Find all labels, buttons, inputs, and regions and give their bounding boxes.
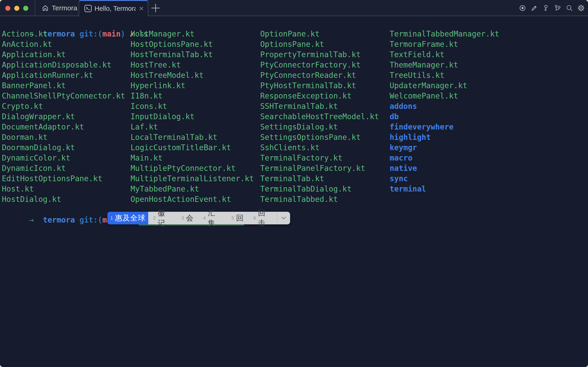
file-entry: Crypto.kt xyxy=(2,101,125,111)
zoom-window-button[interactable] xyxy=(23,6,28,11)
ime-candidate[interactable]: 4汇集 xyxy=(198,212,227,224)
candidate-number: 3 xyxy=(181,216,184,221)
file-entry: ResponseException.kt xyxy=(260,91,379,101)
record-icon[interactable] xyxy=(519,4,526,12)
tab-label: Hello, Termora! xyxy=(94,5,136,12)
file-entry: TerminalPanelFactory.kt xyxy=(260,163,379,173)
candidate-number: 5 xyxy=(231,216,234,221)
toolbar xyxy=(519,0,585,16)
file-entry: DynamicColor.kt xyxy=(2,153,125,163)
dir-entry: sync xyxy=(390,173,499,184)
file-entry: HostManager.kt xyxy=(131,29,254,39)
file-entry: PtyConnectorFactory.kt xyxy=(260,60,379,70)
candidate-text: 回 xyxy=(236,213,244,223)
dir-entry: terminal xyxy=(390,184,499,194)
ime-candidate[interactable]: 6回击 xyxy=(248,212,277,224)
file-entry: OpenHostActionEvent.kt xyxy=(131,194,254,204)
ls-col4: TerminalTabbedManager.ktTermoraFrame.ktT… xyxy=(390,29,499,194)
ime-candidate[interactable]: 5回 xyxy=(227,212,248,224)
file-entry: TerminalTabbedManager.kt xyxy=(390,29,499,39)
prompt-cwd: termora xyxy=(43,216,75,224)
ls-col3: OptionPane.ktOptionsPane.ktPropertyTermi… xyxy=(260,29,379,204)
titlebar: Termora Hello, Termora! xyxy=(0,0,588,16)
file-entry: TreeUtils.kt xyxy=(390,70,499,80)
file-entry: TerminalTabDialog.kt xyxy=(260,184,379,194)
file-entry: ApplicationDisposable.kt xyxy=(2,60,125,70)
file-entry: ThemeManager.kt xyxy=(390,60,499,70)
ime-candidate[interactable]: 2徽记 xyxy=(148,212,177,224)
git-prefix: git:( xyxy=(75,216,102,224)
ls-col1: Actions.ktAnAction.ktApplication.ktAppli… xyxy=(2,29,125,204)
tab-hello-termora[interactable]: Hello, Termora! xyxy=(79,0,148,17)
file-entry: Laf.kt xyxy=(131,122,254,132)
candidate-text: 回击 xyxy=(258,208,272,228)
traffic-lights xyxy=(5,6,28,11)
dir-entry: keymgr xyxy=(390,142,499,153)
file-entry: SettingsOptionsPane.kt xyxy=(260,132,379,142)
file-entry: HostTree.kt xyxy=(131,60,254,70)
file-entry: MyTabbedPane.kt xyxy=(131,184,254,194)
file-entry: MultipleTerminalListener.kt xyxy=(131,173,254,184)
edit-icon[interactable] xyxy=(530,4,538,12)
file-entry: Main.kt xyxy=(131,153,254,163)
termora-window: Termora Hello, Termora! xyxy=(0,0,588,367)
dir-entry: db xyxy=(390,111,499,122)
file-entry: PropertyTerminalTab.kt xyxy=(260,49,379,60)
home-icon xyxy=(42,5,49,11)
branch-icon[interactable] xyxy=(554,4,561,12)
terminal-area[interactable]: → termora git:(main) ✗ ls Actions.ktAnAc… xyxy=(0,17,588,367)
file-entry: SSHTerminalTab.kt xyxy=(260,101,379,111)
file-entry: UpdaterManager.kt xyxy=(390,80,499,91)
file-entry: MultiplePtyConnector.kt xyxy=(131,163,254,173)
file-entry: HostTreeModel.kt xyxy=(131,70,254,80)
file-entry: TerminalTabbed.kt xyxy=(260,194,379,204)
file-entry: EditHostOptionsPane.kt xyxy=(2,173,125,184)
file-entry: HostDialog.kt xyxy=(2,194,125,204)
terminal-tab-icon xyxy=(84,5,92,12)
key-icon[interactable] xyxy=(542,4,550,12)
file-entry: ApplicationRunner.kt xyxy=(2,70,125,80)
file-entry: SearchableHostTreeModel.kt xyxy=(260,111,379,122)
ls-col2: HostManager.ktHostOptionsPane.ktHostTerm… xyxy=(131,29,254,204)
file-entry: SettingsDialog.kt xyxy=(260,122,379,132)
file-entry: BannerPanel.kt xyxy=(2,80,125,91)
ime-candidate[interactable]: 3会 xyxy=(177,212,198,224)
file-entry: ChannelShellPtyConnector.kt xyxy=(2,91,125,101)
search-icon[interactable] xyxy=(566,4,573,12)
candidate-text: 徽记 xyxy=(158,208,172,228)
file-entry: LocalTerminalTab.kt xyxy=(131,132,254,142)
ime-candidate-window: 1 惠及全球 2徽记3会4汇集5回6回击 xyxy=(107,212,290,224)
candidate-text: 惠及全球 xyxy=(115,213,145,223)
file-entry: TerminalTab.kt xyxy=(260,173,379,184)
file-entry: Icons.kt xyxy=(131,101,254,111)
prompt-arrow: → xyxy=(29,216,43,224)
file-entry: Actions.kt xyxy=(2,29,125,39)
file-entry: DynamicIcon.kt xyxy=(2,163,125,173)
file-entry: DialogWrapper.kt xyxy=(2,111,125,122)
dir-entry: macro xyxy=(390,153,499,163)
file-entry: Hyperlink.kt xyxy=(131,80,254,91)
tab-close-icon[interactable] xyxy=(138,5,145,12)
new-tab-button[interactable] xyxy=(151,3,161,13)
file-entry: PtyConnectorReader.kt xyxy=(260,70,379,80)
file-entry: Application.kt xyxy=(2,49,125,60)
dir-entry: highlight xyxy=(390,132,499,142)
file-entry: SshClients.kt xyxy=(260,142,379,153)
file-entry: LogicCustomTitleBar.kt xyxy=(131,142,254,153)
dir-entry: findeverywhere xyxy=(390,122,499,132)
file-entry: AnAction.kt xyxy=(2,39,125,49)
candidate-text: 汇集 xyxy=(208,208,222,228)
ime-candidate-selected[interactable]: 1 惠及全球 xyxy=(107,212,148,224)
file-entry: TermoraFrame.kt xyxy=(390,39,499,49)
file-entry: TextField.kt xyxy=(390,49,499,60)
settings-gear-icon[interactable] xyxy=(577,4,585,12)
home-tab-label: Termora xyxy=(52,4,77,12)
dir-entry: native xyxy=(390,163,499,173)
home-tab[interactable]: Termora xyxy=(42,0,77,16)
ime-expand-button[interactable] xyxy=(277,212,290,224)
file-entry: InputDialog.kt xyxy=(131,111,254,122)
close-window-button[interactable] xyxy=(5,6,10,11)
minimize-window-button[interactable] xyxy=(14,6,19,11)
file-entry: Doorman.kt xyxy=(2,132,125,142)
candidate-number: 2 xyxy=(153,216,156,221)
